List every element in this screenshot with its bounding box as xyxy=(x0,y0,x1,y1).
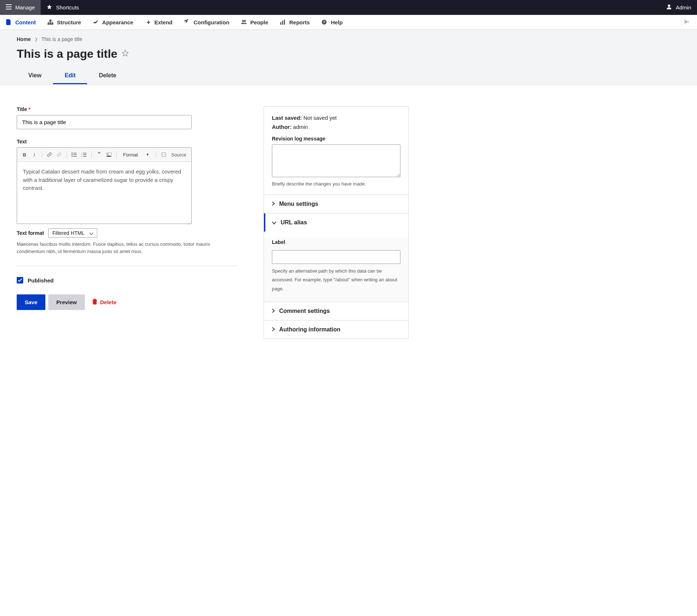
toolbar-separator xyxy=(116,151,117,158)
published-label: Published xyxy=(28,277,54,283)
tab-edit[interactable]: Edit xyxy=(53,68,87,84)
help-icon: ? xyxy=(321,19,327,25)
accordion-url-alias[interactable]: URL alias Label Specify an alternative p… xyxy=(264,213,408,302)
svg-rect-20 xyxy=(83,156,86,157)
svg-rect-4 xyxy=(280,22,281,25)
source-button[interactable]: Source xyxy=(170,150,188,159)
main-column: Title* Text B I xyxy=(17,106,238,339)
side-meta: Last saved: Not saved yet Author: admin … xyxy=(264,107,408,195)
chevron-right-icon xyxy=(272,326,275,333)
sidebar: Last saved: Not saved yet Author: admin … xyxy=(264,106,409,339)
structure-icon xyxy=(48,19,53,25)
admin-menu-configuration[interactable]: Configuration xyxy=(178,15,235,29)
tab-view[interactable]: View xyxy=(17,68,53,84)
admin-menu-extend[interactable]: Extend xyxy=(139,15,178,29)
toolbar-separator xyxy=(66,151,67,158)
format-label: Format xyxy=(123,152,138,158)
toolbar-separator xyxy=(156,151,156,158)
published-checkbox[interactable] xyxy=(17,277,23,283)
title-input[interactable] xyxy=(17,115,192,129)
revision-description: Briefly describe the changes you have ma… xyxy=(272,181,400,187)
shortcuts-button[interactable]: Shortcuts xyxy=(41,0,85,15)
revision-textarea[interactable] xyxy=(272,144,400,177)
save-button[interactable]: Save xyxy=(17,294,45,310)
preview-button[interactable]: Preview xyxy=(48,294,85,310)
breadcrumb: Home ❯ This is a page title xyxy=(17,36,680,42)
admin-menu-structure[interactable]: Structure xyxy=(42,15,87,29)
admin-menu-appearance[interactable]: Appearance xyxy=(87,15,139,29)
admin-menu-reports[interactable]: Reports xyxy=(274,15,316,29)
text-format-select[interactable]: Filtered HTML xyxy=(48,228,97,238)
text-format-row: Text format Filtered HTML xyxy=(17,228,238,238)
tab-delete[interactable]: Delete xyxy=(87,68,128,84)
star-outline-icon[interactable] xyxy=(122,49,129,59)
config-icon xyxy=(184,19,190,25)
reports-icon xyxy=(280,19,286,25)
editor-text: Typical Catalan dessert made from cream … xyxy=(23,168,181,191)
svg-point-22 xyxy=(107,154,108,155)
admin-user-button[interactable]: Admin xyxy=(660,0,697,15)
accordion-menu-settings[interactable]: Menu settings xyxy=(264,195,408,213)
delete-link[interactable]: Delete xyxy=(92,299,117,306)
menu-label: Appearance xyxy=(102,19,133,25)
admin-menu-help[interactable]: ? Help xyxy=(315,15,348,29)
bulleted-list-button[interactable] xyxy=(70,150,78,159)
manage-label: Manage xyxy=(15,4,35,11)
admin-menu-people[interactable]: People xyxy=(235,15,274,29)
image-button[interactable] xyxy=(105,150,113,159)
format-dropdown[interactable]: Format ▼ xyxy=(120,151,152,159)
editor-body[interactable]: Typical Catalan dessert made from cream … xyxy=(17,162,191,224)
accordion-label: Menu settings xyxy=(279,201,318,207)
svg-rect-10 xyxy=(73,153,77,154)
user-icon xyxy=(666,4,672,11)
manage-button[interactable]: Manage xyxy=(0,0,41,15)
svg-rect-5 xyxy=(282,21,283,25)
numbered-list-button[interactable]: 123 xyxy=(80,150,88,159)
accordion-authoring-info[interactable]: Authoring information xyxy=(264,320,408,339)
resize-handle[interactable] xyxy=(186,219,191,223)
chevron-down-icon xyxy=(272,219,276,226)
file-icon xyxy=(6,19,12,25)
svg-point-13 xyxy=(72,156,73,157)
breadcrumb-current: This is a page title xyxy=(41,36,82,42)
text-format-description: Maecenas faucibus mollis interdum. Fusce… xyxy=(17,241,220,255)
tabs: View Edit Delete xyxy=(17,68,680,84)
button-row: Save Preview Delete xyxy=(17,294,238,310)
svg-rect-12 xyxy=(73,155,77,155)
toolbar-separator xyxy=(91,151,92,158)
svg-rect-14 xyxy=(73,156,77,157)
collapse-toggle[interactable] xyxy=(681,18,693,26)
trash-icon xyxy=(92,299,97,306)
toolbar-left: Manage Shortcuts xyxy=(0,0,85,15)
content: Title* Text B I xyxy=(0,85,425,361)
link-button[interactable] xyxy=(45,150,53,159)
accordion-comment-settings[interactable]: Comment settings xyxy=(264,302,408,320)
svg-rect-1 xyxy=(48,23,49,25)
source-icon xyxy=(160,150,168,159)
svg-rect-2 xyxy=(50,23,51,25)
author: Author: admin xyxy=(272,124,400,130)
svg-text:3: 3 xyxy=(81,155,82,157)
title-label: Title* xyxy=(17,106,238,112)
side-panel: Last saved: Not saved yet Author: admin … xyxy=(264,106,409,339)
svg-point-11 xyxy=(72,154,73,155)
text-label: Text xyxy=(17,139,238,144)
header-region: Home ❯ This is a page title This is a pa… xyxy=(0,30,697,85)
bold-button[interactable]: B xyxy=(21,150,28,159)
appearance-icon xyxy=(93,19,98,25)
text-format-value: Filtered HTML xyxy=(52,230,85,236)
chevron-right-icon xyxy=(272,308,275,314)
last-saved: Last saved: Not saved yet xyxy=(272,115,400,121)
published-row: Published xyxy=(17,277,238,283)
url-alias-input[interactable] xyxy=(272,250,400,264)
title-group: Title* xyxy=(17,106,238,129)
blockquote-button[interactable]: ” xyxy=(95,150,103,159)
text-group: Text B I 123 xyxy=(17,139,238,255)
chevron-right-icon xyxy=(272,201,275,207)
required-indicator: * xyxy=(29,106,30,112)
unlink-button[interactable] xyxy=(55,150,63,159)
admin-label: Admin xyxy=(676,4,691,11)
italic-button[interactable]: I xyxy=(30,150,38,159)
admin-menu-content[interactable]: Content xyxy=(0,15,42,29)
breadcrumb-home[interactable]: Home xyxy=(17,36,31,42)
